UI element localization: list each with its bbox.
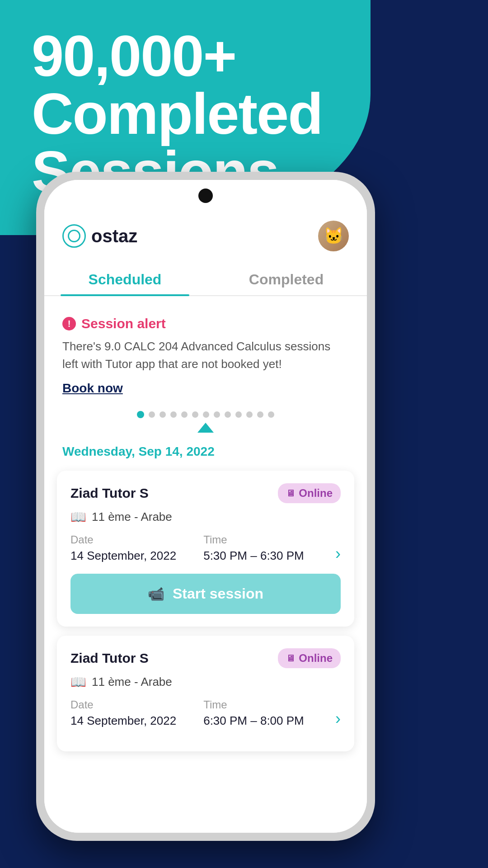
tab-scheduled[interactable]: Scheduled [44,260,206,295]
subject-text-1: 11 ème - Arabe [92,510,172,524]
date-detail-2: Date 14 September, 2022 [70,698,176,728]
date-header: Wednesday, Sep 14, 2022 [44,437,367,466]
dot-9 [225,411,231,418]
monitor-icon-1: 🖥 [286,488,295,499]
online-badge-1: 🖥 Online [278,483,341,503]
tutor-name-1: Ziad Tutor S [70,486,149,501]
dot-3 [160,411,166,418]
dot-1 [137,411,144,418]
dot-7 [203,411,209,418]
badge-label-1: Online [299,487,333,500]
session-alert-section: ! Session alert There's 9.0 CALC 204 Adv… [44,305,367,406]
date-label-1: Date [70,533,176,546]
date-detail-1: Date 14 September, 2022 [70,533,176,563]
user-avatar[interactable]: 🐱 [318,221,349,251]
details-with-arrow-2: Date 14 September, 2022 Time 6:30 PM – 8… [70,698,341,739]
tab-completed[interactable]: Completed [206,260,367,295]
front-camera [198,189,213,203]
details-with-arrow-1: Date 14 September, 2022 Time 5:30 PM – 6… [70,533,341,574]
dot-6 [192,411,198,418]
chevron-right-1[interactable]: › [335,544,341,563]
session-card-1-header: Ziad Tutor S 🖥 Online [70,483,341,503]
chevron-right-2[interactable]: › [335,709,341,728]
logo-area: ostaz [62,224,137,248]
date-label-2: Date [70,698,176,711]
time-detail-2: Time 6:30 PM – 8:00 PM [203,698,304,728]
date-value-2: 14 September, 2022 [70,714,176,728]
session-card-2-header: Ziad Tutor S 🖥 Online [70,648,341,668]
hero-stat: 90,000+ [32,24,236,88]
dot-5 [181,411,188,418]
time-label-2: Time [203,698,304,711]
phone-screen: ostaz 🐱 Scheduled Completed [44,180,367,833]
dot-2 [149,411,155,418]
logo-icon-inner [68,230,80,242]
details-row-1: Date 14 September, 2022 Time 5:30 PM – 6… [70,533,304,563]
alert-title-text: Session alert [81,316,166,331]
date-value-1: 14 September, 2022 [70,549,176,563]
dot-12 [257,411,263,418]
alert-body-text: There's 9.0 CALC 204 Advanced Calculus s… [62,338,349,373]
online-badge-2: 🖥 Online [278,648,341,668]
dot-11 [246,411,253,418]
time-value-1: 5:30 PM – 6:30 PM [203,549,304,563]
dot-10 [235,411,242,418]
app-logo-text: ostaz [91,226,137,246]
dot-13 [268,411,274,418]
hero-subtitle-line1: Completed [32,81,322,146]
time-value-2: 6:30 PM – 8:00 PM [203,714,304,728]
up-arrow-icon [197,423,214,433]
badge-label-2: Online [299,652,333,665]
app-logo-icon [62,224,86,248]
alert-title: ! Session alert [62,316,349,331]
dot-4 [170,411,177,418]
subject-row-2: 📖 11 ème - Arabe [70,675,341,689]
carousel-dots [44,406,367,423]
book-icon-1: 📖 [70,509,86,524]
session-card-1: Ziad Tutor S 🖥 Online 📖 11 ème - Arabe [57,471,354,627]
tutor-name-2: Ziad Tutor S [70,651,149,666]
monitor-icon-2: 🖥 [286,653,295,664]
up-arrow-container [44,423,367,433]
phone-mockup: ostaz 🐱 Scheduled Completed [36,172,375,841]
app-header: ostaz 🐱 [44,212,367,260]
subject-text-2: 11 ème - Arabe [92,675,172,689]
details-row-2: Date 14 September, 2022 Time 6:30 PM – 8… [70,698,304,728]
book-icon-2: 📖 [70,675,86,689]
start-session-label: Start session [173,585,263,602]
phone-frame: ostaz 🐱 Scheduled Completed [36,172,375,841]
dot-8 [214,411,220,418]
time-label-1: Time [203,533,304,546]
subject-row-1: 📖 11 ème - Arabe [70,509,341,524]
start-session-button-1[interactable]: 📹 Start session [70,574,341,614]
tabs-row: Scheduled Completed [44,260,367,296]
app-content: ostaz 🐱 Scheduled Completed [44,212,367,833]
session-card-2: Ziad Tutor S 🖥 Online 📖 11 ème - Arabe [57,636,354,751]
book-now-link[interactable]: Book now [62,381,123,395]
time-detail-1: Time 5:30 PM – 6:30 PM [203,533,304,563]
phone-notch [44,180,367,212]
alert-icon: ! [62,317,76,330]
video-camera-icon: 📹 [148,586,164,602]
